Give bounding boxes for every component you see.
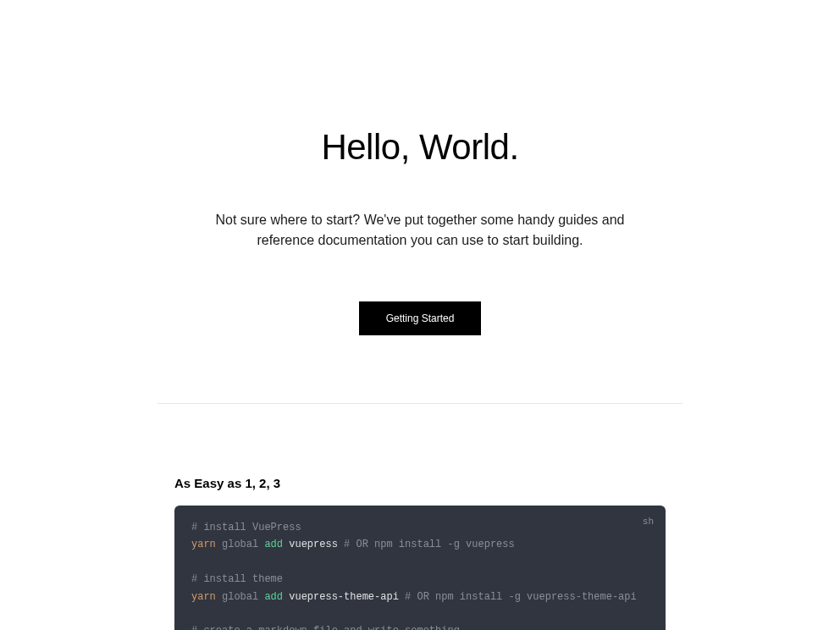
code-line: # install VuePress: [191, 519, 649, 536]
easy-section: As Easy as 1, 2, 3 sh # install VuePress…: [174, 404, 666, 630]
code-line: yarn global add vuepress # OR npm instal…: [191, 536, 649, 553]
code-language-badge: sh: [643, 514, 654, 530]
code-blank-line: [191, 554, 649, 571]
getting-started-button[interactable]: Getting Started: [359, 301, 482, 335]
code-block: sh # install VuePress yarn global add vu…: [174, 506, 666, 630]
section-title: As Easy as 1, 2, 3: [174, 476, 666, 490]
page-description: Not sure where to start? We've put toget…: [200, 210, 640, 251]
code-line: yarn global add vuepress-theme-api # OR …: [191, 589, 649, 605]
code-blank-line: [191, 605, 649, 622]
code-line: # install theme: [191, 571, 649, 588]
code-line: # create a markdown file and write somet…: [191, 622, 649, 630]
hero-section: Hello, World. Not sure where to start? W…: [0, 0, 840, 403]
page-title: Hello, World.: [0, 127, 840, 168]
